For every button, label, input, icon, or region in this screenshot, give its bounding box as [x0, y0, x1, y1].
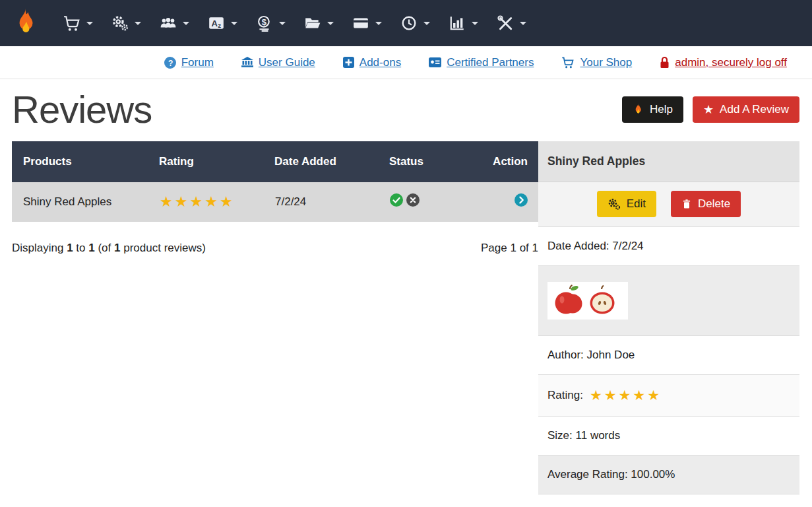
coin-icon: $: [256, 15, 273, 32]
column-header-date-added: Date Added: [274, 141, 389, 182]
page-title: Reviews: [12, 88, 152, 131]
caret-down-icon: [135, 22, 141, 25]
chevron-right-circle-icon[interactable]: [515, 193, 528, 207]
status-icons: [390, 193, 420, 207]
link-addons[interactable]: Add-ons: [343, 56, 401, 69]
link-log-off-label: admin, securely log off: [675, 56, 787, 69]
edit-button[interactable]: Edit: [597, 191, 656, 217]
link-certified-partners-label: Certified Partners: [447, 56, 534, 69]
caret-down-icon: [520, 22, 526, 25]
caret-down-icon: [375, 22, 382, 25]
menu-currencies[interactable]: $: [247, 0, 295, 46]
reviews-table-section: Products Rating Date Added Status Action…: [12, 141, 538, 255]
page-indicator: Page 1 of 1: [481, 242, 538, 255]
link-forum[interactable]: ? Forum: [164, 56, 214, 69]
menu-customers[interactable]: [150, 0, 199, 46]
add-review-button[interactable]: ★ Add A Review: [693, 96, 799, 123]
product-image: [547, 282, 628, 320]
menu-scheduler[interactable]: [391, 0, 439, 46]
menu-tools[interactable]: [487, 0, 536, 46]
detail-size: Size: 11 words: [538, 417, 799, 456]
column-header-action: Action: [468, 141, 538, 182]
menu-localization[interactable]: A z: [199, 0, 247, 46]
bar-chart-icon: [449, 15, 466, 32]
detail-panel-actions: Edit Delete: [538, 182, 799, 227]
tools-icon: [497, 15, 514, 32]
svg-text:$: $: [262, 17, 267, 27]
quick-links-bar: ? Forum User Guide Add-ons Certified Par…: [0, 46, 812, 79]
detail-date-added: Date Added: 7/2/24: [538, 227, 799, 266]
flame-icon: [12, 8, 40, 38]
star-icon: ★: [703, 104, 714, 116]
header-actions: Help ★ Add A Review: [622, 96, 799, 123]
svg-text:?: ?: [168, 58, 173, 67]
svg-text:A: A: [211, 18, 218, 28]
help-button-label: Help: [650, 103, 673, 116]
column-header-products: Products: [12, 141, 159, 182]
detail-average-rating: Average Rating: 100.00%: [538, 456, 799, 494]
id-card-icon: [429, 57, 441, 67]
clock-icon: [400, 15, 418, 32]
column-header-rating: Rating: [159, 141, 274, 182]
detail-image-row: [538, 266, 799, 336]
detail-rating: Rating: ★★★★★: [538, 375, 799, 417]
users-icon: [160, 15, 177, 32]
plus-square-icon: [343, 57, 354, 68]
table-footer: Displaying 1 to 1 (of 1 product reviews)…: [12, 242, 538, 255]
menu-reports[interactable]: [439, 0, 487, 46]
caret-down-icon: [183, 22, 189, 25]
review-product-name: Shiny Red Apples: [12, 182, 159, 222]
main-content: Products Rating Date Added Status Action…: [0, 141, 812, 494]
disapproved-x-icon[interactable]: [406, 193, 420, 207]
detail-author: Author: John Doe: [538, 336, 799, 375]
caret-down-icon: [327, 22, 334, 25]
delete-button-label: Delete: [698, 197, 730, 211]
link-user-guide-label: User Guide: [259, 56, 315, 69]
edit-button-label: Edit: [627, 197, 646, 211]
svg-text:z: z: [218, 22, 221, 29]
caret-down-icon: [86, 22, 93, 25]
reviews-table: Products Rating Date Added Status Action…: [12, 141, 538, 222]
rating-stars: ★★★★★: [160, 193, 235, 210]
link-user-guide[interactable]: User Guide: [241, 56, 315, 69]
lock-icon: [660, 56, 670, 69]
displaying-text: Displaying 1 to 1 (of 1 product reviews): [12, 242, 206, 255]
link-addons-label: Add-ons: [359, 56, 401, 69]
link-your-shop[interactable]: Your Shop: [561, 56, 632, 69]
detail-rating-label: Rating:: [547, 389, 583, 402]
link-log-off[interactable]: admin, securely log off: [660, 56, 787, 69]
building-icon: [241, 57, 253, 68]
zen-cart-logo[interactable]: [12, 8, 40, 38]
page-header: Reviews Help ★ Add A Review: [0, 79, 812, 141]
link-your-shop-label: Your Shop: [580, 56, 632, 69]
table-header-row: Products Rating Date Added Status Action: [12, 141, 538, 182]
question-circle-icon: ?: [164, 57, 176, 69]
gears-icon: [608, 197, 621, 211]
admin-navbar: A z $: [0, 0, 812, 46]
detail-rating-stars: ★★★★★: [590, 388, 662, 403]
caret-down-icon: [279, 22, 286, 25]
menu-catalog-files[interactable]: [295, 0, 343, 46]
review-date-added: 7/2/24: [274, 182, 389, 222]
caret-down-icon: [231, 22, 237, 25]
trash-icon: [681, 198, 692, 210]
help-button[interactable]: Help: [622, 96, 683, 123]
menu-catalog[interactable]: [54, 0, 102, 46]
credit-card-icon: [352, 15, 369, 32]
flame-icon: [633, 103, 644, 116]
detail-panel-title: Shiny Red Apples: [538, 141, 799, 182]
menu-payments[interactable]: [343, 0, 391, 46]
gears-icon: [111, 15, 129, 32]
menu-modules[interactable]: [102, 0, 150, 46]
review-detail-panel: Shiny Red Apples Edit Delete Date Adde: [538, 141, 799, 494]
folder-open-icon: [304, 15, 321, 32]
delete-button[interactable]: Delete: [671, 191, 741, 217]
shopping-cart-icon: [63, 15, 80, 32]
link-certified-partners[interactable]: Certified Partners: [429, 56, 534, 69]
link-forum-label: Forum: [181, 56, 214, 69]
column-header-status: Status: [389, 141, 468, 182]
cart-icon: [561, 56, 575, 69]
approved-check-icon[interactable]: [390, 193, 403, 207]
caret-down-icon: [472, 22, 478, 25]
review-row[interactable]: Shiny Red Apples ★★★★★ 7/2/24: [12, 182, 538, 222]
